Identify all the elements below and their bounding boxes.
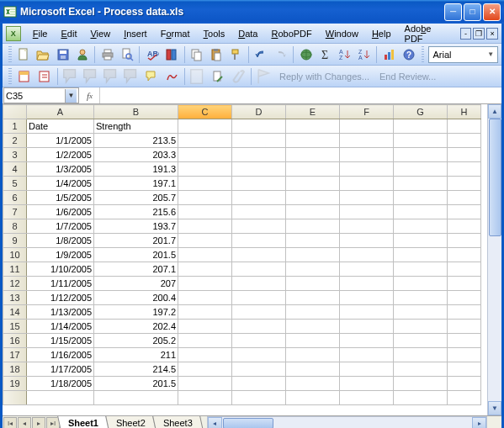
cell-E1[interactable] (286, 119, 340, 134)
cell-H4[interactable] (448, 162, 481, 177)
cell-E13[interactable] (286, 291, 340, 305)
cell-E18[interactable] (286, 362, 340, 377)
save-button[interactable] (54, 45, 72, 64)
cell-A19[interactable]: 1/18/2005 (27, 377, 94, 391)
cell-A1[interactable]: Date (27, 119, 94, 134)
cell-G5[interactable] (394, 177, 448, 191)
sheet-tab-1[interactable]: Sheet1 (57, 416, 109, 428)
cell-C11[interactable] (178, 262, 232, 277)
cell-D19[interactable] (232, 377, 286, 391)
cell-A12[interactable]: 1/11/2005 (27, 277, 94, 291)
hyperlink-button[interactable] (297, 45, 315, 64)
cell-C2[interactable] (178, 134, 232, 148)
cell-E6[interactable] (286, 191, 340, 205)
cell-F15[interactable] (340, 320, 394, 334)
row-header-13[interactable]: 13 (3, 291, 27, 305)
cell-F6[interactable] (340, 191, 394, 205)
pdf-button-1[interactable] (15, 67, 34, 86)
format-painter-button[interactable] (227, 45, 245, 64)
cell-F9[interactable] (340, 234, 394, 248)
cell-E10[interactable] (286, 248, 340, 262)
cell-D1[interactable] (232, 119, 286, 134)
row-header-7[interactable]: 7 (3, 205, 27, 219)
cell-A8[interactable]: 1/7/2005 (27, 219, 94, 234)
new-button[interactable] (15, 45, 33, 64)
cell-D12[interactable] (232, 277, 286, 291)
cell-E20[interactable] (286, 391, 340, 405)
cell-B4[interactable]: 191.3 (94, 162, 178, 177)
cell-C7[interactable] (178, 205, 232, 219)
cell-F14[interactable] (340, 305, 394, 320)
menu-tools[interactable]: Tools (197, 27, 232, 40)
scroll-right-button[interactable]: ▸ (472, 417, 486, 428)
cell-B19[interactable]: 201.5 (94, 377, 178, 391)
cell-B1[interactable]: Strength (94, 119, 178, 134)
cell-H13[interactable] (448, 291, 481, 305)
cell-E12[interactable] (286, 277, 340, 291)
cell-D20[interactable] (232, 391, 286, 405)
cell-C9[interactable] (178, 234, 232, 248)
cell-A20[interactable] (27, 391, 94, 405)
cell-C5[interactable] (178, 177, 232, 191)
show-all-comments-button[interactable] (142, 67, 161, 86)
row-header-12[interactable]: 12 (3, 277, 27, 291)
cell-B5[interactable]: 197.1 (94, 177, 178, 191)
vertical-scrollbar[interactable]: ▲ ▼ (487, 104, 501, 415)
cell-B15[interactable]: 202.4 (94, 320, 178, 334)
cell-D15[interactable] (232, 320, 286, 334)
cell-G11[interactable] (394, 262, 448, 277)
menu-file[interactable]: File (26, 27, 55, 40)
col-header-E[interactable]: E (286, 105, 340, 119)
tab-nav-next[interactable]: ▸ (32, 417, 45, 429)
cell-B8[interactable]: 193.7 (94, 219, 178, 234)
col-header-A[interactable]: A (27, 105, 94, 119)
row-header-4[interactable]: 4 (3, 162, 27, 177)
cell-C3[interactable] (178, 148, 232, 162)
row-header-18[interactable]: 18 (3, 362, 27, 377)
menu-adobepdf[interactable]: Adobe PDF (398, 22, 459, 45)
col-header-C[interactable]: C (178, 105, 232, 119)
toolbar-grip[interactable] (8, 46, 12, 63)
cell-A10[interactable]: 1/9/2005 (27, 248, 94, 262)
cell-B12[interactable]: 207 (94, 277, 178, 291)
cell-E16[interactable] (286, 334, 340, 348)
sort-desc-button[interactable]: ZA (355, 45, 373, 64)
cell-D2[interactable] (232, 134, 286, 148)
cell-E2[interactable] (286, 134, 340, 148)
row-header-16[interactable]: 16 (3, 334, 27, 348)
cell-D13[interactable] (232, 291, 286, 305)
row-header-14[interactable]: 14 (3, 305, 27, 320)
select-all-corner[interactable] (3, 105, 27, 119)
cell-B3[interactable]: 203.3 (94, 148, 178, 162)
cell-A13[interactable]: 1/12/2005 (27, 291, 94, 305)
cell-F5[interactable] (340, 177, 394, 191)
cell-A17[interactable]: 1/16/2005 (27, 348, 94, 362)
cell-F19[interactable] (340, 377, 394, 391)
mdi-close-button[interactable]: × (486, 28, 498, 40)
mdi-minimize-button[interactable]: - (460, 28, 472, 40)
fx-button[interactable]: fx (80, 87, 100, 103)
update-file-button[interactable] (209, 67, 227, 86)
cell-H7[interactable] (448, 205, 481, 219)
cell-C13[interactable] (178, 291, 232, 305)
excel-doc-icon[interactable]: X (6, 26, 21, 41)
permission-button[interactable] (73, 45, 91, 64)
cell-H6[interactable] (448, 191, 481, 205)
cell-E5[interactable] (286, 177, 340, 191)
cell-H5[interactable] (448, 177, 481, 191)
cell-H17[interactable] (448, 348, 481, 362)
print-preview-button[interactable] (118, 45, 135, 64)
sheet-tab-3[interactable]: Sheet3 (152, 416, 203, 428)
cell-D10[interactable] (232, 248, 286, 262)
col-header-B[interactable]: B (94, 105, 178, 119)
cell-G6[interactable] (394, 191, 448, 205)
scroll-up-button[interactable]: ▲ (488, 104, 501, 119)
cell-G19[interactable] (394, 377, 448, 391)
cell-C16[interactable] (178, 334, 232, 348)
cell-F1[interactable] (340, 119, 394, 134)
cell-C4[interactable] (178, 162, 232, 177)
cell-G17[interactable] (394, 348, 448, 362)
cell-A16[interactable]: 1/15/2005 (27, 334, 94, 348)
cell-B16[interactable]: 205.2 (94, 334, 178, 348)
cell-H3[interactable] (448, 148, 481, 162)
